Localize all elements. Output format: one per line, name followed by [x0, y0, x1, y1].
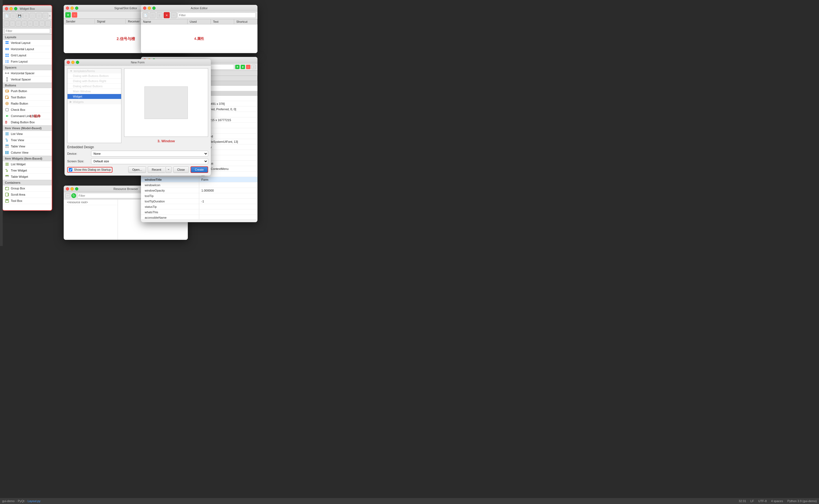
maximize-signal-slot[interactable]	[75, 7, 78, 10]
tb2-btn-4[interactable]: ⊠	[22, 21, 27, 27]
widgets-folder[interactable]: ▶ Widgets	[67, 99, 121, 104]
widget-item-scroll-area[interactable]: Scroll Area	[3, 192, 52, 198]
widget-item-table-view[interactable]: Table View	[3, 143, 52, 150]
close-signal-slot[interactable]	[66, 7, 69, 10]
widget-item-list-view[interactable]: List View	[3, 131, 52, 137]
close-new-form[interactable]	[67, 61, 70, 64]
ae-btn-x[interactable]: ✕	[164, 12, 170, 18]
widget-item-list-widget[interactable]: List Widget	[3, 161, 52, 167]
toolbar-btn-5[interactable]: ▢	[30, 13, 36, 19]
nf-item-widget[interactable]: Widget	[67, 94, 121, 99]
widget-item-form-layout[interactable]: Form Layout	[3, 59, 52, 65]
nf-item-main-window[interactable]: Main Window	[67, 89, 121, 94]
maximize-button-widget-box[interactable]	[14, 7, 17, 10]
pe-dropdown-button[interactable]: ▼	[241, 65, 245, 69]
new-form-right: 3. Window	[124, 68, 208, 143]
tree-view-icon	[5, 138, 9, 142]
toolbar-btn-6[interactable]: ⊡	[36, 13, 42, 19]
close-form-button[interactable]: Close	[173, 166, 189, 173]
screen-size-select[interactable]: Default size	[91, 158, 208, 164]
nf-item-dialog-bottom[interactable]: Dialog with Buttons Bottom	[67, 73, 121, 79]
pe-add-button[interactable]: +	[235, 65, 240, 69]
templates-folder[interactable]: ▼ templates/forms	[67, 69, 121, 73]
widget-item-column-view[interactable]: Column View	[3, 150, 52, 156]
action-editor-filter[interactable]	[178, 12, 256, 18]
action-editor-content: 4.属性	[141, 24, 257, 53]
widget-item-horizontal-layout[interactable]: Horizontal Layout	[3, 46, 52, 52]
ae-btn-delete[interactable]: 🗑	[157, 12, 163, 18]
svg-rect-55	[5, 193, 8, 196]
tb2-btn-5[interactable]: ⊞	[28, 21, 33, 27]
device-row: Device: None	[67, 151, 208, 157]
widget-item-group-box[interactable]: ■ Group Box	[3, 185, 52, 192]
toolbar-btn-2[interactable]: ⊟	[10, 13, 16, 19]
minimize-new-form[interactable]	[71, 61, 75, 64]
widget-item-check-box[interactable]: Check Box	[3, 107, 52, 113]
minimize-resource-browser[interactable]	[70, 187, 74, 190]
pe-remove-button[interactable]: −	[246, 65, 250, 69]
toolbar-btn-4[interactable]: ⊞	[23, 13, 29, 19]
nf-item-dialog-right-label: Dialog with Buttons Right	[73, 79, 106, 83]
tb2-btn-6[interactable]: ⊡	[33, 21, 39, 27]
nf-item-dialog-right[interactable]: Dialog with Buttons Right	[67, 79, 121, 84]
widget-item-grid-layout[interactable]: Grid Layout	[3, 52, 52, 59]
toolbar-btn-3[interactable]: 💾	[17, 13, 23, 19]
pe-config-button[interactable]: ⚙	[251, 65, 256, 69]
maximize-new-form[interactable]	[76, 61, 79, 64]
rb-edit-btn[interactable]: ✏	[65, 193, 70, 198]
pe-val-tooltipduration[interactable]: -1	[199, 199, 257, 204]
pe-val-windowopacity[interactable]: 1.000000	[199, 188, 257, 193]
open-button[interactable]: Open...	[128, 166, 146, 173]
add-signal-slot-button[interactable]: +	[65, 12, 71, 18]
widget-item-vertical-spacer[interactable]: Vertical Spacer	[3, 76, 52, 83]
widget-item-horizontal-spacer[interactable]: Horizontal Spacer	[3, 70, 52, 76]
resource-root-item[interactable]: <resource root>	[64, 199, 118, 205]
svg-rect-31	[5, 134, 9, 134]
tb2-btn-3[interactable]: ⊟	[16, 21, 21, 27]
widget-item-tree-view[interactable]: Tree View	[3, 137, 52, 143]
pe-val-tooltip[interactable]	[199, 193, 257, 198]
minimize-button-widget-box[interactable]	[9, 7, 13, 10]
show-on-startup-checkbox[interactable]	[69, 168, 72, 172]
pe-val-windowtitle[interactable]: Form	[199, 177, 257, 182]
close-action-editor[interactable]	[143, 7, 146, 10]
minimize-signal-slot[interactable]	[70, 7, 74, 10]
maximize-action-editor[interactable]	[152, 7, 156, 10]
remove-signal-slot-button[interactable]: −	[72, 12, 77, 18]
tb2-btn-7[interactable]: ✕	[39, 21, 45, 27]
widget-item-tree-widget[interactable]: Tree Widget	[3, 167, 52, 174]
vertical-layout-icon	[5, 41, 9, 45]
pe-val-windowicon[interactable]	[199, 182, 257, 188]
widget-item-tool-button[interactable]: Tool Button	[3, 94, 52, 101]
nf-item-dialog-no-buttons[interactable]: Dialog without Buttons	[67, 84, 121, 89]
tb2-btn-8[interactable]: ▢	[45, 21, 51, 27]
maximize-resource-browser[interactable]	[75, 187, 78, 190]
rb-refresh-btn[interactable]: ↻	[71, 193, 76, 198]
tb2-btn-1[interactable]: ⊞	[4, 21, 9, 27]
widget-item-command-link[interactable]: Command Link Button	[3, 113, 52, 119]
close-button-widget-box[interactable]	[5, 7, 8, 10]
widget-item-table-widget[interactable]: Table Widget	[3, 174, 52, 180]
minimize-action-editor[interactable]	[148, 7, 151, 10]
create-button[interactable]: Create	[191, 166, 208, 173]
recent-button[interactable]: Recent	[148, 166, 165, 173]
device-select[interactable]: None	[91, 151, 208, 157]
pe-val-accessiblename[interactable]	[199, 215, 257, 219]
recent-dropdown[interactable]	[166, 166, 172, 173]
ae-btn-new[interactable]: 📄	[143, 12, 149, 18]
pe-val-statustip[interactable]	[199, 204, 257, 209]
toolbar-btn-7[interactable]: ▷	[43, 13, 49, 19]
pe-val-whatsthis[interactable]	[199, 209, 257, 215]
ae-btn-copy[interactable]: ⊡	[150, 12, 156, 18]
widget-item-push-button[interactable]: OK Push Button	[3, 88, 52, 94]
ae-btn-edit[interactable]: ✏	[171, 12, 177, 18]
widget-item-dialog-button-box[interactable]: ✕ Dialog Button Box	[3, 119, 52, 125]
widget-item-tool-box[interactable]: Tool Box	[3, 198, 52, 204]
toolbar-btn-1[interactable]: 📄	[4, 13, 10, 19]
tb2-btn-2[interactable]: ≡	[10, 21, 15, 27]
close-resource-browser[interactable]	[66, 187, 69, 190]
widget-item-vertical-layout[interactable]: Vertical Layout	[3, 40, 52, 46]
widget-box-filter-input[interactable]	[4, 28, 50, 33]
templates-folder-label: templates/forms	[74, 69, 95, 73]
widget-item-radio-button[interactable]: Radio Button	[3, 101, 52, 107]
